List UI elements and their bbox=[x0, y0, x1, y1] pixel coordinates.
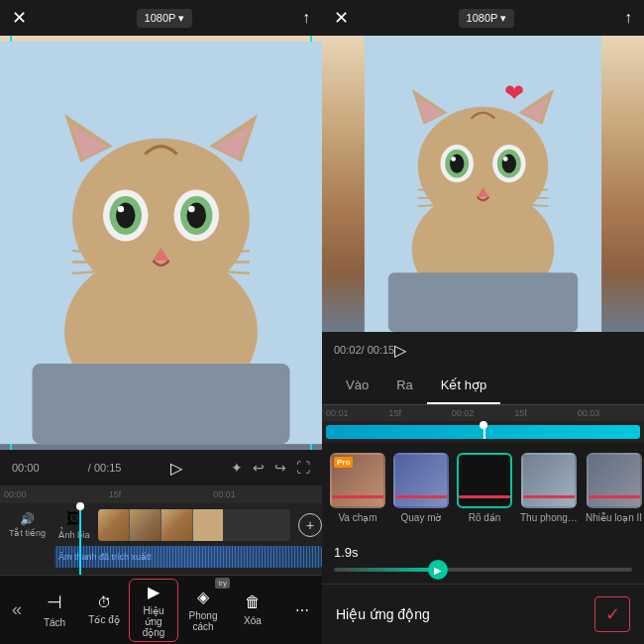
right-timeline-track bbox=[326, 425, 640, 439]
tab-vao[interactable]: Vào bbox=[332, 368, 382, 404]
transition-nhieu-loan[interactable]: Nhiễu loạn II bbox=[586, 453, 642, 523]
right-time-current: 00:02 bbox=[334, 344, 362, 356]
right-header: ✕ 1080P ▾ ↑ bbox=[322, 0, 644, 36]
svg-point-2 bbox=[72, 138, 250, 299]
right-panel: ✕ 1080P ▾ ↑ bbox=[322, 0, 644, 644]
left-ruler-marks: 00:00 15f 00:01 bbox=[4, 489, 318, 499]
tab-ra[interactable]: Ra bbox=[382, 368, 427, 404]
left-track-volume-label: 🔊 Tắt tiếng bbox=[0, 512, 54, 538]
red-sash-va-cham bbox=[332, 495, 383, 498]
left-ruler-mark-0: 00:00 bbox=[4, 489, 109, 499]
trans-label-quay-mo: Quay mờ bbox=[400, 512, 441, 523]
trans-thumb-thu-phong bbox=[521, 453, 577, 508]
svg-rect-45 bbox=[388, 272, 578, 332]
left-timeline: 00:00 15f 00:01 🔊 Tắt tiếng 🖼 Ảnh bìa bbox=[0, 485, 322, 575]
right-play-button[interactable]: ▷ bbox=[394, 341, 406, 360]
left-tilt-tieng-label: Tắt tiếng bbox=[9, 528, 46, 538]
left-hieu-ung-label: Hiệu ứng động bbox=[135, 605, 172, 638]
trans-label-thu-phong: Thu phong n... bbox=[520, 512, 578, 523]
red-sash-nhieu-loan bbox=[589, 495, 640, 498]
right-ruler-2: 00:02 bbox=[452, 408, 514, 418]
left-cover-label-area: 🖼 Ảnh bìa bbox=[54, 510, 94, 540]
left-audio-track-row: Âm thanh đã trích xuất! bbox=[54, 543, 322, 571]
right-apply-check-button[interactable]: ✓ bbox=[594, 596, 630, 632]
left-redo-icon[interactable]: ↪ bbox=[274, 460, 286, 476]
left-cat-svg bbox=[0, 36, 322, 450]
transition-va-cham[interactable]: Pro Va chạm bbox=[330, 453, 385, 523]
left-cat-image: ❤️‍🔥 bbox=[0, 36, 322, 450]
tab-ket-hop[interactable]: Kết hợp bbox=[427, 368, 500, 404]
transition-quay-mo[interactable]: Quay mờ bbox=[393, 453, 449, 523]
left-ruler-mark-1: 15f bbox=[109, 489, 214, 499]
right-timeline-strip bbox=[322, 421, 644, 443]
right-playhead-circle bbox=[480, 421, 487, 429]
left-tool-phong-cach[interactable]: ◈ Phong cách try bbox=[178, 584, 228, 636]
left-xoa-label: Xóa bbox=[244, 615, 262, 626]
left-play-button[interactable]: ▷ bbox=[170, 459, 182, 478]
left-tool-toc-do[interactable]: ⏱ Tốc độ bbox=[79, 590, 129, 629]
left-fullscreen-icon[interactable]: ⛶ bbox=[296, 460, 310, 476]
right-slider-fill bbox=[334, 568, 438, 572]
svg-point-37 bbox=[503, 157, 508, 161]
left-volume-icon: 🔊 bbox=[20, 512, 35, 526]
right-ruler-0: 00:01 bbox=[326, 408, 388, 418]
right-slider-thumb[interactable]: ▶ bbox=[428, 560, 448, 580]
right-ruler-1: 15f bbox=[388, 408, 451, 418]
left-resolution-badge[interactable]: 1080P ▾ bbox=[137, 9, 193, 28]
left-magic-icon[interactable]: ✦ bbox=[231, 460, 243, 476]
svg-point-9 bbox=[116, 202, 136, 228]
right-time-total: / 00:15 bbox=[362, 344, 395, 356]
right-duration-section: 1.9s ▶ bbox=[322, 533, 644, 580]
right-close-button[interactable]: ✕ bbox=[334, 7, 349, 29]
left-xoa-icon: 🗑 bbox=[245, 593, 261, 611]
left-phong-cach-label: Phong cách bbox=[184, 610, 222, 632]
svg-point-13 bbox=[187, 202, 207, 228]
right-video-preview: ❤ bbox=[322, 36, 644, 332]
transition-thu-phong[interactable]: Thu phong n... bbox=[520, 453, 578, 523]
svg-point-25 bbox=[418, 107, 549, 226]
left-phong-cach-icon: ◈ bbox=[197, 588, 209, 606]
left-ruler-mark-2: 00:01 bbox=[213, 489, 318, 499]
left-tool-xoa[interactable]: 🗑 Xóa bbox=[228, 590, 277, 630]
trans-thumb-va-cham: Pro bbox=[330, 453, 385, 508]
svg-point-14 bbox=[188, 206, 195, 213]
trans-label-va-cham: Va chạm bbox=[338, 512, 376, 523]
svg-text:❤: ❤ bbox=[504, 79, 524, 106]
trans-thumb-nhieu-loan bbox=[587, 453, 642, 508]
right-transitions-grid: Pro Va chạm Quay mờ Rõ dần Thu phong n..… bbox=[322, 443, 644, 533]
left-video-track-content[interactable] bbox=[98, 509, 290, 541]
right-upload-icon[interactable]: ↑ bbox=[624, 9, 632, 27]
left-try-badge: try bbox=[215, 578, 230, 589]
left-anh-bia-label: Ảnh bìa bbox=[58, 530, 89, 540]
left-time-current: 00:00 bbox=[12, 462, 40, 474]
left-video-preview: ❤️‍🔥 bbox=[0, 36, 322, 450]
right-cat-svg: ❤ bbox=[322, 36, 644, 332]
left-header: ✕ 1080P ▾ ↑ bbox=[0, 0, 322, 36]
right-controls-bar: 00:02 / 00:15 ▷ bbox=[322, 332, 644, 368]
left-playhead bbox=[79, 503, 81, 575]
left-close-button[interactable]: ✕ bbox=[12, 7, 27, 29]
left-tach-label: Tách bbox=[44, 617, 65, 628]
left-upload-icon[interactable]: ↑ bbox=[302, 9, 310, 27]
left-tool-tach[interactable]: ⊣ Tách bbox=[30, 588, 79, 632]
left-hieu-ung-icon: ▶ bbox=[148, 583, 160, 601]
red-sash-thu-phong bbox=[523, 495, 575, 498]
transition-ro-dan[interactable]: Rõ dần bbox=[457, 453, 512, 523]
right-transition-tabs: Vào Ra Kết hợp bbox=[322, 368, 644, 405]
right-apply-bar: Hiệu ứng động ✓ bbox=[322, 584, 644, 644]
left-tool-hieu-ung-dong[interactable]: ▶ Hiệu ứng động bbox=[129, 579, 178, 642]
right-duration-value: 1.9s bbox=[334, 545, 632, 560]
left-add-clip-button[interactable]: + bbox=[298, 513, 322, 537]
left-time-total: / 00:15 bbox=[88, 462, 122, 474]
left-toc-do-label: Tốc độ bbox=[88, 614, 119, 625]
right-slider-track[interactable]: ▶ bbox=[334, 568, 632, 572]
trans-thumb-quay-mo bbox=[393, 453, 449, 508]
left-collapse-button[interactable]: « bbox=[4, 595, 30, 624]
red-sash-ro-dan bbox=[459, 495, 510, 498]
right-resolution-badge[interactable]: 1080P ▾ bbox=[459, 9, 515, 28]
right-apply-label: Hiệu ứng động bbox=[336, 606, 430, 622]
left-undo-icon[interactable]: ↩ bbox=[253, 460, 265, 476]
left-audio-label: Âm thanh đã trích xuất! bbox=[58, 552, 152, 562]
left-playhead-top bbox=[76, 502, 84, 510]
left-tool-more[interactable]: ⋯ bbox=[277, 598, 327, 622]
